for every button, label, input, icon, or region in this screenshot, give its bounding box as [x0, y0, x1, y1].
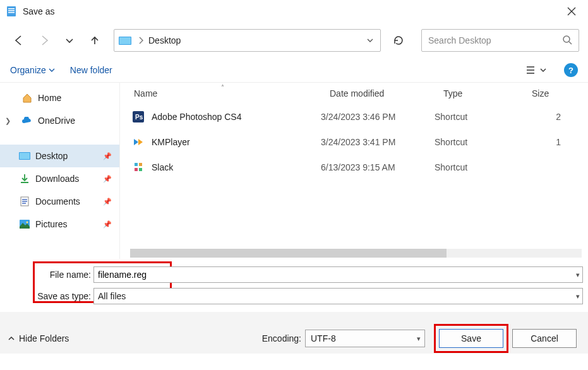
- filename-label: File name:: [0, 270, 93, 280]
- svg-rect-15: [139, 163, 142, 166]
- organize-label: Organize: [10, 65, 46, 75]
- window-title: Save as: [23, 6, 55, 16]
- column-headers: ˄ Name Date modified Type Size: [120, 83, 588, 104]
- recent-dropdown[interactable]: [59, 30, 80, 51]
- sidebar-item-label: Downloads: [35, 174, 79, 184]
- titlebar: Save as: [0, 0, 588, 23]
- pin-icon: 📌: [103, 220, 112, 229]
- address-dropdown[interactable]: [364, 34, 376, 47]
- notepad-icon: [5, 5, 18, 18]
- svg-rect-14: [135, 163, 138, 166]
- pin-icon: 📌: [103, 175, 112, 183]
- encoding-label: Encoding:: [262, 333, 301, 343]
- dropdown-icon[interactable]: ▾: [576, 292, 580, 301]
- search-input[interactable]: [428, 35, 562, 45]
- close-button[interactable]: [560, 0, 583, 23]
- help-button[interactable]: ?: [564, 63, 578, 77]
- filename-input-wrapper[interactable]: ▾: [93, 266, 583, 283]
- save-button[interactable]: Save: [439, 329, 503, 348]
- view-options[interactable]: [524, 63, 549, 77]
- search-box[interactable]: [421, 29, 579, 52]
- hide-folders-label: Hide Folders: [19, 333, 69, 343]
- file-name: Adobe Photoshop CS4: [152, 112, 241, 122]
- up-button[interactable]: [85, 30, 105, 51]
- caret-down-icon: [49, 67, 55, 73]
- svg-point-6: [563, 36, 570, 42]
- sidebar-item-pictures[interactable]: Pictures 📌: [0, 213, 119, 236]
- sidebar-item-documents[interactable]: Documents 📌: [0, 190, 119, 213]
- chevron-up-icon: [8, 335, 15, 342]
- forward-button[interactable]: [34, 30, 54, 51]
- file-pane: ˄ Name Date modified Type Size PsAdobe P…: [120, 83, 588, 259]
- onedrive-icon: [21, 115, 33, 126]
- sidebar: Home ❯ OneDrive Desktop 📌 Downloads 📌 Do…: [0, 83, 120, 259]
- save-type-value: All files: [98, 291, 126, 301]
- pictures-icon: [19, 218, 30, 230]
- svg-rect-1: [8, 8, 15, 9]
- save-type-label: Save as type:: [0, 291, 93, 301]
- new-folder-button[interactable]: New folder: [70, 65, 112, 75]
- svg-point-11: [27, 222, 28, 224]
- file-row[interactable]: Slack 6/13/2023 9:15 AM Shortcut: [120, 155, 588, 180]
- desktop-icon: [118, 33, 132, 47]
- back-button[interactable]: [9, 30, 29, 51]
- sidebar-item-label: Pictures: [35, 219, 68, 229]
- file-date: 3/24/2023 3:41 PM: [321, 137, 435, 147]
- sidebar-item-label: Documents: [35, 196, 80, 206]
- organize-menu[interactable]: Organize: [10, 65, 55, 75]
- file-size: 2: [523, 112, 561, 122]
- column-header-size[interactable]: Size: [532, 88, 570, 98]
- caret-down-icon: [540, 67, 546, 73]
- nav-row: Desktop: [0, 23, 588, 58]
- horizontal-scrollbar[interactable]: [130, 249, 582, 258]
- sidebar-item-desktop[interactable]: Desktop 📌: [0, 145, 119, 167]
- pin-icon: 📌: [103, 198, 112, 206]
- save-form: File name: ▾ Save as type: All files ▾: [0, 259, 588, 306]
- address-bar[interactable]: Desktop: [114, 29, 381, 52]
- refresh-button[interactable]: [387, 29, 410, 52]
- file-type: Shortcut: [435, 137, 523, 147]
- file-date: 6/13/2023 9:15 AM: [321, 162, 435, 172]
- sidebar-item-label: Desktop: [35, 151, 68, 161]
- sidebar-item-home[interactable]: Home: [0, 87, 119, 109]
- svg-rect-17: [139, 168, 142, 171]
- file-name: Slack: [152, 162, 173, 172]
- main-area: Home ❯ OneDrive Desktop 📌 Downloads 📌 Do…: [0, 82, 588, 259]
- sidebar-item-onedrive[interactable]: ❯ OneDrive: [0, 109, 119, 132]
- chevron-right-icon: [138, 37, 143, 44]
- encoding-select[interactable]: UTF-8 ▾: [305, 330, 425, 347]
- chevron-right-icon: ❯: [5, 117, 11, 125]
- svg-rect-8: [20, 153, 30, 159]
- column-header-date[interactable]: Date modified: [330, 88, 443, 98]
- encoding-value: UTF-8: [311, 333, 336, 343]
- app-icon: [131, 160, 145, 174]
- file-row[interactable]: PsAdobe Photoshop CS4 3/24/2023 3:46 PM …: [120, 104, 588, 129]
- scrollbar-thumb[interactable]: [130, 249, 447, 258]
- dropdown-icon[interactable]: ▾: [576, 271, 580, 279]
- breadcrumb-desktop[interactable]: Desktop: [146, 34, 183, 47]
- svg-rect-3: [8, 12, 15, 13]
- column-header-name[interactable]: Name: [134, 88, 330, 98]
- cancel-button[interactable]: Cancel: [512, 329, 577, 348]
- svg-rect-2: [8, 10, 15, 11]
- file-date: 3/24/2023 3:46 PM: [321, 112, 435, 122]
- pin-icon: 📌: [103, 152, 112, 160]
- file-row[interactable]: KMPlayer 3/24/2023 3:41 PM Shortcut 1: [120, 129, 588, 155]
- file-type: Shortcut: [435, 162, 523, 172]
- file-type: Shortcut: [435, 112, 523, 122]
- file-size: 1: [523, 137, 561, 147]
- sort-indicator-icon: ˄: [221, 84, 224, 91]
- downloads-icon: [19, 173, 30, 184]
- filename-input[interactable]: [98, 270, 579, 280]
- hide-folders-button[interactable]: Hide Folders: [8, 333, 69, 343]
- save-type-select[interactable]: All files ▾: [93, 288, 583, 304]
- footer: Hide Folders Encoding: UTF-8 ▾ Save Canc…: [0, 312, 588, 354]
- home-icon: [21, 92, 33, 104]
- sidebar-item-label: OneDrive: [38, 116, 75, 126]
- search-icon: [562, 35, 572, 47]
- column-header-type[interactable]: Type: [443, 88, 532, 98]
- svg-rect-5: [119, 37, 131, 44]
- file-name: KMPlayer: [152, 137, 190, 147]
- dropdown-icon[interactable]: ▾: [417, 335, 421, 343]
- sidebar-item-downloads[interactable]: Downloads 📌: [0, 167, 119, 190]
